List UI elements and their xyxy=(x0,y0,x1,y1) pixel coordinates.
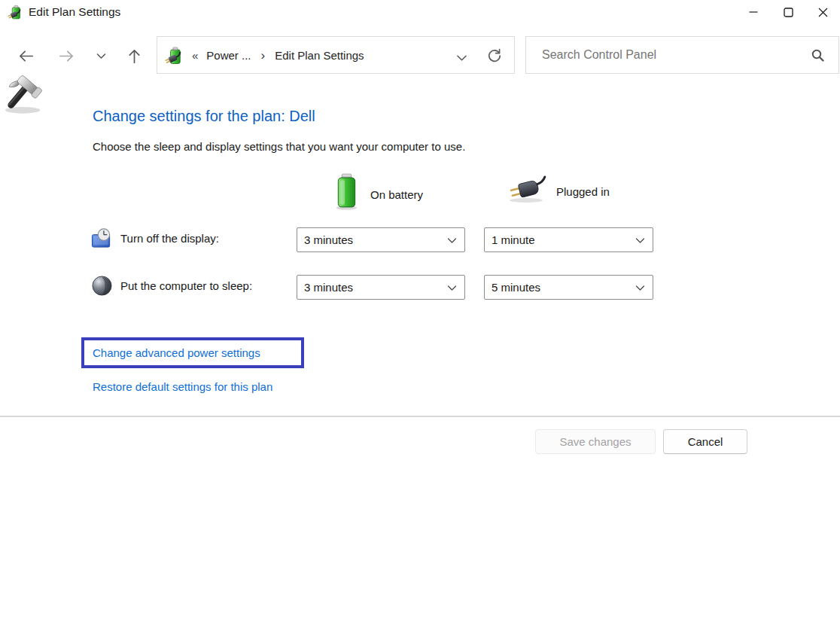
minimize-button[interactable] xyxy=(736,0,771,24)
chevron-down-icon xyxy=(96,53,106,59)
sleep-plugged-in-value: 5 minutes xyxy=(492,281,540,294)
breadcrumb-overflow[interactable]: « xyxy=(192,49,198,62)
row-label-turn-off-display: Turn off the display: xyxy=(120,232,219,245)
up-button[interactable] xyxy=(119,36,149,75)
sleep-on-battery-value: 3 minutes xyxy=(304,281,353,294)
sleep-on-battery-dropdown[interactable]: 3 minutes xyxy=(297,275,465,300)
forward-button[interactable] xyxy=(51,36,81,75)
search-input[interactable] xyxy=(526,36,811,74)
restore-default-settings-link[interactable]: Restore default settings for this plan xyxy=(93,380,272,393)
chevron-down-icon xyxy=(635,285,645,291)
refresh-icon xyxy=(485,47,504,65)
navigation-bar: « Power ... › Edit Plan Settings xyxy=(0,36,840,75)
display-on-battery-value: 3 minutes xyxy=(304,233,353,246)
page-title: Change settings for the plan: Dell xyxy=(93,108,315,125)
battery-icon xyxy=(333,172,360,211)
sleep-plugged-in-dropdown[interactable]: 5 minutes xyxy=(484,275,653,300)
plug-icon xyxy=(506,175,549,205)
breadcrumb-parent[interactable]: Power ... xyxy=(206,49,251,62)
row-label-computer-sleep: Put the computer to sleep: xyxy=(120,279,252,292)
column-header-plugged-in: Plugged in xyxy=(506,175,610,205)
cancel-button[interactable]: Cancel xyxy=(663,429,747,454)
search-icon[interactable] xyxy=(811,48,825,62)
sleep-moon-icon xyxy=(91,275,113,297)
plugged-in-label: Plugged in xyxy=(556,185,610,198)
address-bar: « Power ... › Edit Plan Settings xyxy=(157,36,515,74)
chevron-down-icon xyxy=(635,237,645,244)
close-icon xyxy=(818,8,828,17)
search-box xyxy=(525,36,839,74)
chevron-down-icon xyxy=(456,54,467,62)
title-bar: Edit Plan Settings xyxy=(0,0,840,24)
display-on-battery-dropdown[interactable]: 3 minutes xyxy=(297,227,465,252)
column-header-on-battery: On battery xyxy=(333,172,423,211)
breadcrumb-separator-icon: › xyxy=(261,49,266,62)
up-arrow-icon xyxy=(126,47,143,65)
display-clock-icon xyxy=(91,227,113,249)
refresh-button[interactable] xyxy=(485,47,504,67)
display-plugged-in-dropdown[interactable]: 1 minute xyxy=(484,227,653,252)
maximize-button[interactable] xyxy=(771,0,805,24)
address-dropdown-button[interactable] xyxy=(456,51,467,64)
hammer-icon xyxy=(2,72,49,115)
window-title: Edit Plan Settings xyxy=(29,0,120,24)
chevron-down-icon xyxy=(447,285,457,291)
highlight-box: Change advanced power settings xyxy=(81,337,304,368)
on-battery-label: On battery xyxy=(370,188,423,201)
edit-plan-settings-window: Edit Plan Settings xyxy=(0,0,840,631)
footer-divider xyxy=(0,416,840,417)
breadcrumb-current[interactable]: Edit Plan Settings xyxy=(275,49,364,62)
display-plugged-in-value: 1 minute xyxy=(492,233,535,246)
window-controls xyxy=(736,0,840,24)
change-advanced-power-settings-link[interactable]: Change advanced power settings xyxy=(93,346,260,359)
back-arrow-icon xyxy=(17,47,35,65)
back-button[interactable] xyxy=(11,36,41,75)
minimize-icon xyxy=(749,8,758,17)
maximize-icon xyxy=(784,8,793,17)
save-changes-button[interactable]: Save changes xyxy=(535,429,656,454)
close-button[interactable] xyxy=(805,0,840,24)
chevron-down-icon xyxy=(447,237,457,244)
forward-arrow-icon xyxy=(58,47,75,65)
power-plan-app-icon xyxy=(8,4,24,20)
recent-locations-button[interactable] xyxy=(86,36,116,75)
power-plan-location-icon xyxy=(165,45,185,66)
page-subtitle: Choose the sleep and display settings th… xyxy=(93,140,465,153)
